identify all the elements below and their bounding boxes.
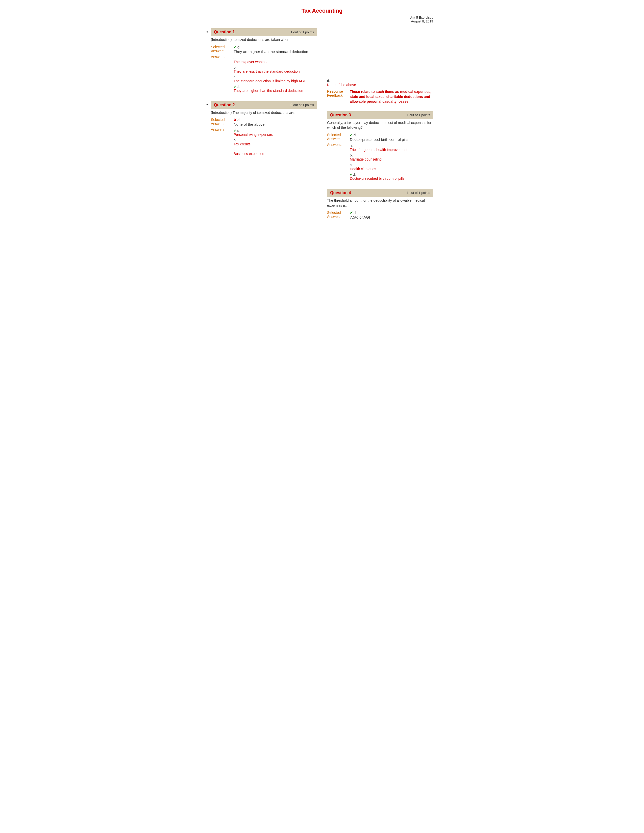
- x-icon-2: ✘: [233, 117, 237, 122]
- question-4-header: Question 4 1 out of 1 points: [327, 189, 433, 197]
- question-4-title: Question 4: [330, 191, 351, 195]
- question-4-selected: Selected Answer: ✔d. 7.5% of AGI: [327, 211, 433, 219]
- question-1-selected-text: They are higher than the standard deduct…: [233, 50, 308, 54]
- question-2-answers-list: ✔a. Personal living expenses b. Tax cred…: [233, 129, 317, 157]
- question-2-title: Question 2: [214, 103, 235, 107]
- page-title: Tax Accounting: [211, 8, 433, 14]
- selected-label-1: Selected Answer:: [211, 45, 233, 54]
- question-4-points: 1 out of 1 points: [407, 191, 430, 195]
- selected-label-2: Selected Answer:: [211, 117, 233, 127]
- question-3-block: Question 3 1 out of 1 points Generally, …: [327, 111, 433, 182]
- question-1-selected: Selected Answer: ✔d. They are higher tha…: [211, 45, 317, 54]
- q3-answer-b: b. Marriage counseling: [350, 153, 433, 161]
- question-3-header: Question 3 1 out of 1 points: [327, 111, 433, 119]
- question-1-points: 1 out of 1 points: [290, 30, 314, 34]
- right-column: d. None of the above Response Feedback: …: [327, 28, 433, 227]
- q2-feedback: Response Feedback: These relate to such …: [327, 89, 433, 104]
- question-3-points: 1 out of 1 points: [407, 113, 430, 117]
- question-4-block: Question 4 1 out of 1 points The thresho…: [327, 189, 433, 219]
- question-2-text: (Introduction) The majority of itemized …: [211, 110, 317, 115]
- q1-answer-b: b. They are less than the standard deduc…: [233, 65, 317, 74]
- feedback-label-2: Response Feedback:: [327, 89, 350, 104]
- question-3-selected: Selected Answer: ✔d. Doctor-prescribed b…: [327, 133, 433, 142]
- q3-answer-d: ✔d. Doctor-prescribed birth control pill…: [350, 172, 433, 180]
- question-1-answers-list: a. The taxpayer wants to b. They are les…: [233, 56, 317, 94]
- question-1-header: • Question 1 1 out of 1 points: [211, 28, 317, 36]
- question-4-text: The threshold amount for the deductibili…: [327, 198, 433, 208]
- question-2-selected-text: None of the above: [233, 122, 265, 127]
- check-icon-3: ✔: [350, 133, 353, 137]
- question-1-title: Question 1: [214, 30, 235, 34]
- answers-label-2: Answers:: [211, 127, 233, 157]
- question-3-selected-text: Doctor-prescribed birth control pills: [350, 137, 408, 142]
- selected-label-3: Selected Answer:: [327, 133, 350, 142]
- question-1-block: • Question 1 1 out of 1 points (Introduc…: [211, 28, 317, 94]
- question-4-selected-value: ✔d. 7.5% of AGI: [350, 211, 433, 219]
- question-3-answers-label: Answers: a. Trips for general health imp…: [327, 143, 433, 182]
- feedback-text-2: These relate to such items as medical ex…: [350, 89, 433, 104]
- question-3-selected-value: ✔d. Doctor-prescribed birth control pill…: [350, 133, 433, 142]
- bullet-1: •: [206, 29, 208, 35]
- q1-answer-a: a. The taxpayer wants to: [233, 56, 317, 64]
- question-2-selected-value: ✘d. None of the above: [233, 117, 317, 127]
- check-icon-1: ✔: [233, 45, 237, 49]
- q1-answer-c: c. The standard deduction is limited by …: [233, 75, 317, 83]
- question-1-answers-label: Answers: a. The taxpayer wants to b. The…: [211, 55, 317, 94]
- q2-answer-b: b. Tax credits: [233, 138, 317, 146]
- answers-label-1: Answers:: [211, 55, 233, 94]
- question-2-points: 0 out of 1 points: [290, 103, 314, 107]
- q1-answer-d: ✔d. They are higher than the standard de…: [233, 85, 317, 93]
- question-3-text: Generally, a taxpayer may deduct the cos…: [327, 121, 433, 130]
- q3-answer-c: c. Health club dues: [350, 163, 433, 171]
- question-3-answers-list: a. Trips for general health improvement …: [350, 144, 433, 182]
- unit-info: Unit 5 Exercises August 8, 2019: [211, 16, 433, 23]
- question-1-text: (Introduction) Itemized deductions are t…: [211, 37, 317, 42]
- bullet-2: •: [206, 102, 208, 108]
- question-4-selected-text: 7.5% of AGI: [350, 215, 370, 219]
- q2-answer-a: ✔a. Personal living expenses: [233, 129, 317, 137]
- answers-label-3: Answers:: [327, 143, 350, 182]
- check-icon-4: ✔: [350, 211, 353, 215]
- q2-answer-d-right: d. None of the above: [327, 79, 433, 87]
- q2-right-block: d. None of the above Response Feedback: …: [327, 79, 433, 104]
- question-2-block: • Question 2 0 out of 1 points (Introduc…: [211, 101, 317, 158]
- question-2-selected: Selected Answer: ✘d. None of the above: [211, 117, 317, 127]
- question-3-title: Question 3: [330, 113, 351, 117]
- q3-answer-a: a. Trips for general health improvement: [350, 144, 433, 152]
- left-column: • Question 1 1 out of 1 points (Introduc…: [211, 28, 317, 227]
- question-1-selected-value: ✔d. They are higher than the standard de…: [233, 45, 317, 54]
- question-2-answers-label: Answers: ✔a. Personal living expenses b.…: [211, 127, 317, 157]
- selected-label-4: Selected Answer:: [327, 211, 350, 219]
- q2-answer-c: c. Business expenses: [233, 148, 317, 156]
- question-2-header: • Question 2 0 out of 1 points: [211, 101, 317, 109]
